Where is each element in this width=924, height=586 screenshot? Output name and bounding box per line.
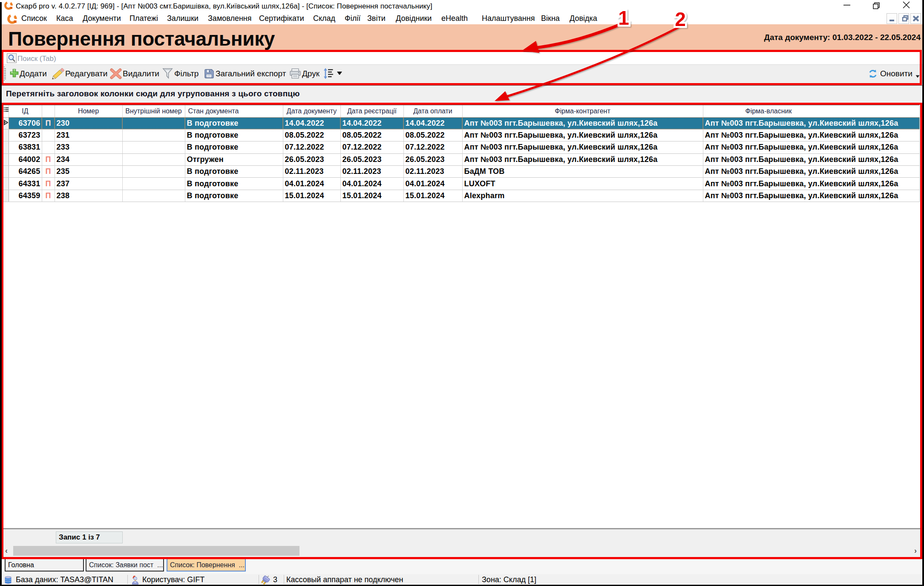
svg-text:2: 2 (675, 8, 686, 30)
svg-text:1: 1 (618, 7, 629, 29)
